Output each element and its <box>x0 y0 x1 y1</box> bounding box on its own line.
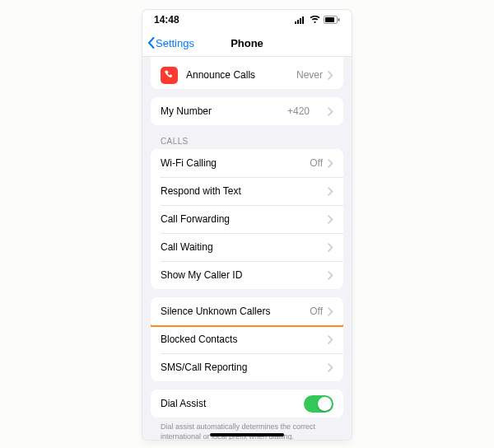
group-calls: Wi-Fi Calling Off Respond with Text Call… <box>151 149 343 289</box>
chevron-left-icon <box>147 37 155 49</box>
svg-rect-1 <box>297 20 299 24</box>
group-silence: Silence Unknown Callers Off Blocked Cont… <box>151 297 343 381</box>
chevron-right-icon <box>328 307 333 316</box>
row-dial-assist[interactable]: Dial Assist <box>151 390 343 418</box>
row-silence-unknown[interactable]: Silence Unknown Callers Off <box>151 297 343 325</box>
row-label: Dial Assist <box>161 398 304 409</box>
row-sms-call-reporting[interactable]: SMS/Call Reporting <box>151 353 343 381</box>
row-call-forwarding[interactable]: Call Forwarding <box>151 205 343 233</box>
row-value: Never <box>296 69 323 81</box>
phone-app-icon <box>161 67 178 84</box>
chevron-right-icon <box>328 363 333 372</box>
row-label: SMS/Call Reporting <box>161 362 328 373</box>
row-my-number[interactable]: My Number +420 <box>151 97 343 125</box>
navbar: Settings Phone <box>142 30 352 57</box>
row-respond-text[interactable]: Respond with Text <box>151 177 343 205</box>
row-label: Respond with Text <box>161 185 328 197</box>
chevron-right-icon <box>328 243 333 252</box>
row-label: Blocked Contacts <box>161 334 328 345</box>
row-show-caller-id[interactable]: Show My Caller ID <box>151 261 343 289</box>
back-label: Settings <box>156 37 194 49</box>
section-header-calls: CALLS <box>151 137 343 149</box>
row-label: My Number <box>161 105 287 117</box>
back-button[interactable]: Settings <box>142 37 194 49</box>
row-call-waiting[interactable]: Call Waiting <box>151 233 343 261</box>
chevron-right-icon <box>328 335 333 344</box>
group-announce: Announce Calls Never <box>151 56 343 89</box>
chevron-right-icon <box>328 107 333 116</box>
row-value: +420 <box>287 105 310 117</box>
chevron-right-icon <box>328 187 333 196</box>
svg-rect-3 <box>302 16 304 24</box>
row-label: Show My Caller ID <box>161 269 328 281</box>
row-announce-calls[interactable]: Announce Calls Never <box>151 61 343 89</box>
chevron-right-icon <box>328 271 333 280</box>
row-label: Wi-Fi Calling <box>161 157 310 169</box>
group-dial-assist: Dial Assist <box>151 390 343 418</box>
phone-frame: 14:48 Settings Phone Announce <box>142 10 352 440</box>
row-label: Call Waiting <box>161 241 328 253</box>
home-indicator[interactable] <box>210 433 284 436</box>
row-value: Off <box>310 157 323 169</box>
status-icons <box>295 16 340 24</box>
row-wifi-calling[interactable]: Wi-Fi Calling Off <box>151 149 343 177</box>
row-label: Call Forwarding <box>161 213 328 225</box>
row-label: Silence Unknown Callers <box>161 306 310 317</box>
dial-assist-toggle[interactable] <box>304 395 333 413</box>
battery-icon <box>324 16 340 24</box>
row-value: Off <box>310 306 323 317</box>
wifi-icon <box>310 16 320 24</box>
chevron-right-icon <box>328 159 333 168</box>
status-bar: 14:48 <box>142 10 352 30</box>
row-label: Announce Calls <box>186 69 296 81</box>
signal-icon <box>295 16 306 24</box>
svg-rect-5 <box>325 17 334 22</box>
status-time: 14:48 <box>154 14 179 26</box>
svg-rect-6 <box>338 18 340 21</box>
row-blocked-contacts[interactable]: Blocked Contacts <box>151 325 343 353</box>
settings-content: Announce Calls Never My Number +420 CALL… <box>142 56 352 440</box>
highlight-silence-unknown: Silence Unknown Callers Off <box>151 297 343 327</box>
chevron-right-icon <box>328 71 333 80</box>
svg-rect-2 <box>300 18 301 24</box>
svg-rect-0 <box>295 21 296 24</box>
group-my-number: My Number +420 <box>151 97 343 125</box>
chevron-right-icon <box>328 215 333 224</box>
